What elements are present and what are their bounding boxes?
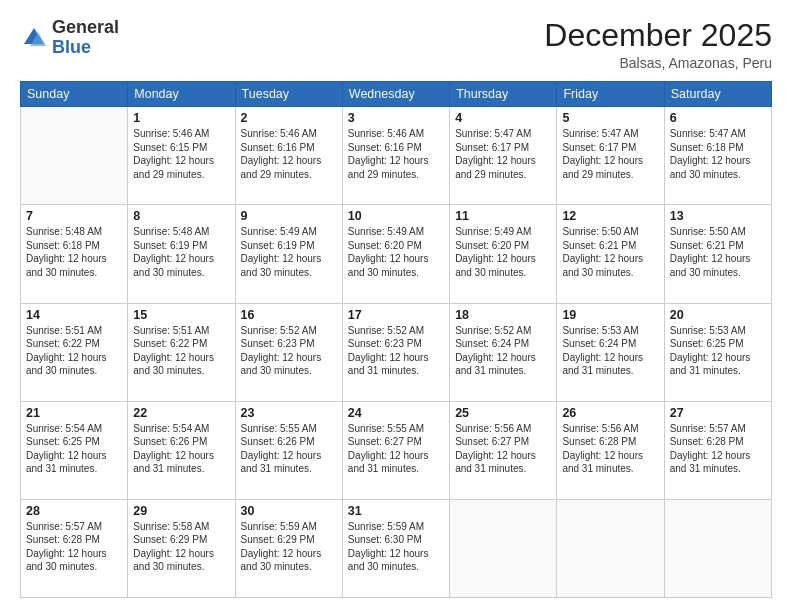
day-info: Sunrise: 5:46 AM Sunset: 6:16 PM Dayligh… [241,127,337,181]
day-number: 16 [241,308,337,322]
day-info: Sunrise: 5:47 AM Sunset: 6:17 PM Dayligh… [562,127,658,181]
calendar-cell: 4Sunrise: 5:47 AM Sunset: 6:17 PM Daylig… [450,107,557,205]
day-info: Sunrise: 5:46 AM Sunset: 6:15 PM Dayligh… [133,127,229,181]
calendar-cell: 13Sunrise: 5:50 AM Sunset: 6:21 PM Dayli… [664,205,771,303]
day-number: 8 [133,209,229,223]
logo-icon [20,24,48,52]
day-info: Sunrise: 5:47 AM Sunset: 6:17 PM Dayligh… [455,127,551,181]
calendar-cell [557,499,664,597]
day-info: Sunrise: 5:53 AM Sunset: 6:25 PM Dayligh… [670,324,766,378]
header-friday: Friday [557,82,664,107]
page: General Blue December 2025 Balsas, Amazo… [0,0,792,612]
day-info: Sunrise: 5:51 AM Sunset: 6:22 PM Dayligh… [133,324,229,378]
day-info: Sunrise: 5:59 AM Sunset: 6:30 PM Dayligh… [348,520,444,574]
calendar-cell: 28Sunrise: 5:57 AM Sunset: 6:28 PM Dayli… [21,499,128,597]
calendar-cell: 3Sunrise: 5:46 AM Sunset: 6:16 PM Daylig… [342,107,449,205]
calendar-cell: 29Sunrise: 5:58 AM Sunset: 6:29 PM Dayli… [128,499,235,597]
calendar-cell: 11Sunrise: 5:49 AM Sunset: 6:20 PM Dayli… [450,205,557,303]
calendar-cell: 1Sunrise: 5:46 AM Sunset: 6:15 PM Daylig… [128,107,235,205]
day-info: Sunrise: 5:54 AM Sunset: 6:26 PM Dayligh… [133,422,229,476]
day-info: Sunrise: 5:57 AM Sunset: 6:28 PM Dayligh… [26,520,122,574]
day-info: Sunrise: 5:53 AM Sunset: 6:24 PM Dayligh… [562,324,658,378]
header: General Blue December 2025 Balsas, Amazo… [20,18,772,71]
day-info: Sunrise: 5:55 AM Sunset: 6:27 PM Dayligh… [348,422,444,476]
day-number: 20 [670,308,766,322]
calendar-cell: 23Sunrise: 5:55 AM Sunset: 6:26 PM Dayli… [235,401,342,499]
calendar-cell: 5Sunrise: 5:47 AM Sunset: 6:17 PM Daylig… [557,107,664,205]
day-number: 13 [670,209,766,223]
logo: General Blue [20,18,119,58]
day-info: Sunrise: 5:55 AM Sunset: 6:26 PM Dayligh… [241,422,337,476]
day-info: Sunrise: 5:52 AM Sunset: 6:23 PM Dayligh… [241,324,337,378]
logo-text: General Blue [52,18,119,58]
day-number: 17 [348,308,444,322]
calendar-cell: 2Sunrise: 5:46 AM Sunset: 6:16 PM Daylig… [235,107,342,205]
calendar-cell [450,499,557,597]
day-info: Sunrise: 5:54 AM Sunset: 6:25 PM Dayligh… [26,422,122,476]
calendar-cell: 7Sunrise: 5:48 AM Sunset: 6:18 PM Daylig… [21,205,128,303]
calendar-cell: 8Sunrise: 5:48 AM Sunset: 6:19 PM Daylig… [128,205,235,303]
day-number: 24 [348,406,444,420]
day-number: 5 [562,111,658,125]
calendar-cell: 26Sunrise: 5:56 AM Sunset: 6:28 PM Dayli… [557,401,664,499]
day-number: 23 [241,406,337,420]
calendar-cell: 21Sunrise: 5:54 AM Sunset: 6:25 PM Dayli… [21,401,128,499]
calendar-cell: 30Sunrise: 5:59 AM Sunset: 6:29 PM Dayli… [235,499,342,597]
day-number: 11 [455,209,551,223]
calendar-cell: 17Sunrise: 5:52 AM Sunset: 6:23 PM Dayli… [342,303,449,401]
calendar-cell [664,499,771,597]
header-wednesday: Wednesday [342,82,449,107]
day-info: Sunrise: 5:59 AM Sunset: 6:29 PM Dayligh… [241,520,337,574]
month-title: December 2025 [544,18,772,53]
calendar-cell: 15Sunrise: 5:51 AM Sunset: 6:22 PM Dayli… [128,303,235,401]
header-monday: Monday [128,82,235,107]
day-info: Sunrise: 5:50 AM Sunset: 6:21 PM Dayligh… [562,225,658,279]
calendar-cell: 16Sunrise: 5:52 AM Sunset: 6:23 PM Dayli… [235,303,342,401]
calendar-cell: 22Sunrise: 5:54 AM Sunset: 6:26 PM Dayli… [128,401,235,499]
day-info: Sunrise: 5:56 AM Sunset: 6:28 PM Dayligh… [562,422,658,476]
day-info: Sunrise: 5:57 AM Sunset: 6:28 PM Dayligh… [670,422,766,476]
calendar-cell: 18Sunrise: 5:52 AM Sunset: 6:24 PM Dayli… [450,303,557,401]
logo-blue-text: Blue [52,37,91,57]
day-info: Sunrise: 5:48 AM Sunset: 6:19 PM Dayligh… [133,225,229,279]
day-info: Sunrise: 5:47 AM Sunset: 6:18 PM Dayligh… [670,127,766,181]
day-info: Sunrise: 5:49 AM Sunset: 6:20 PM Dayligh… [348,225,444,279]
day-info: Sunrise: 5:48 AM Sunset: 6:18 PM Dayligh… [26,225,122,279]
header-sunday: Sunday [21,82,128,107]
day-number: 18 [455,308,551,322]
location: Balsas, Amazonas, Peru [544,55,772,71]
calendar-cell: 31Sunrise: 5:59 AM Sunset: 6:30 PM Dayli… [342,499,449,597]
day-number: 10 [348,209,444,223]
day-info: Sunrise: 5:56 AM Sunset: 6:27 PM Dayligh… [455,422,551,476]
header-thursday: Thursday [450,82,557,107]
calendar-week-row: 21Sunrise: 5:54 AM Sunset: 6:25 PM Dayli… [21,401,772,499]
title-block: December 2025 Balsas, Amazonas, Peru [544,18,772,71]
day-number: 12 [562,209,658,223]
day-number: 9 [241,209,337,223]
day-number: 14 [26,308,122,322]
calendar-cell: 14Sunrise: 5:51 AM Sunset: 6:22 PM Dayli… [21,303,128,401]
day-number: 7 [26,209,122,223]
day-number: 31 [348,504,444,518]
day-info: Sunrise: 5:52 AM Sunset: 6:23 PM Dayligh… [348,324,444,378]
calendar-cell: 19Sunrise: 5:53 AM Sunset: 6:24 PM Dayli… [557,303,664,401]
calendar-week-row: 28Sunrise: 5:57 AM Sunset: 6:28 PM Dayli… [21,499,772,597]
calendar-week-row: 1Sunrise: 5:46 AM Sunset: 6:15 PM Daylig… [21,107,772,205]
day-info: Sunrise: 5:52 AM Sunset: 6:24 PM Dayligh… [455,324,551,378]
day-number: 22 [133,406,229,420]
day-number: 15 [133,308,229,322]
day-number: 2 [241,111,337,125]
day-number: 25 [455,406,551,420]
calendar-cell: 24Sunrise: 5:55 AM Sunset: 6:27 PM Dayli… [342,401,449,499]
logo-general-text: General [52,17,119,37]
day-number: 30 [241,504,337,518]
day-number: 29 [133,504,229,518]
day-info: Sunrise: 5:51 AM Sunset: 6:22 PM Dayligh… [26,324,122,378]
day-number: 3 [348,111,444,125]
day-number: 21 [26,406,122,420]
day-info: Sunrise: 5:49 AM Sunset: 6:20 PM Dayligh… [455,225,551,279]
day-number: 19 [562,308,658,322]
day-number: 26 [562,406,658,420]
header-tuesday: Tuesday [235,82,342,107]
calendar-header-row: Sunday Monday Tuesday Wednesday Thursday… [21,82,772,107]
